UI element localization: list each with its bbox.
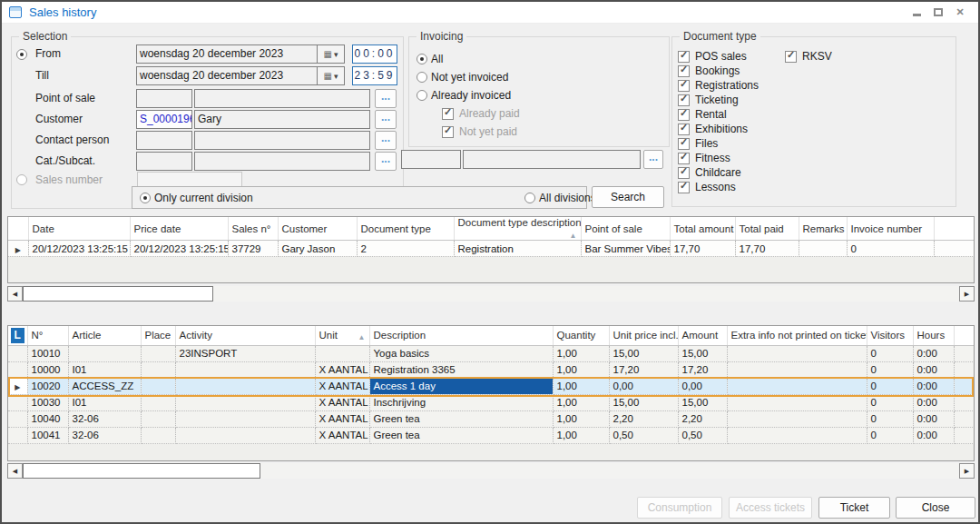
column-header-sorted[interactable]: Document type description▲ bbox=[454, 217, 581, 241]
cell[interactable]: 2 bbox=[357, 241, 454, 257]
column-header[interactable]: Date bbox=[28, 217, 130, 241]
cell[interactable]: 1,00 bbox=[553, 410, 609, 427]
column-header[interactable]: Total amount bbox=[670, 217, 735, 241]
cell[interactable]: 17,20 bbox=[678, 361, 727, 378]
cell[interactable]: Registration bbox=[454, 241, 581, 257]
cell[interactable] bbox=[799, 241, 847, 257]
contact-person-code-field[interactable] bbox=[136, 131, 192, 150]
cell[interactable]: Yoga basics bbox=[369, 345, 553, 361]
cell[interactable]: 23INSPORT bbox=[175, 345, 315, 361]
bookings-checkbox[interactable]: ✓ bbox=[678, 65, 690, 77]
cell[interactable]: 15,00 bbox=[678, 394, 727, 410]
cell[interactable]: 0:00 bbox=[913, 361, 954, 378]
cell[interactable] bbox=[141, 394, 175, 410]
cell[interactable]: 15,00 bbox=[609, 394, 678, 410]
cell[interactable] bbox=[68, 345, 141, 361]
from-calendar-button[interactable]: ▦▾ bbox=[317, 44, 345, 64]
row-selector-cell[interactable] bbox=[8, 361, 27, 378]
cell[interactable]: 0:00 bbox=[913, 394, 954, 410]
column-header[interactable]: Price date bbox=[130, 217, 228, 241]
column-header[interactable]: N° bbox=[27, 326, 68, 345]
customer-code-field[interactable]: S_0000196 bbox=[136, 110, 192, 129]
cat-subcat-browse-button[interactable]: ... bbox=[375, 152, 397, 171]
cell[interactable]: 0:00 bbox=[913, 345, 954, 361]
not-yet-invoiced-radio[interactable] bbox=[416, 72, 427, 83]
access-tickets-button[interactable]: Access tickets bbox=[729, 497, 812, 519]
line-row[interactable]: 10041 32-06 X AANTAL Green tea 1,00 0,50… bbox=[8, 427, 974, 443]
scroll-right-button[interactable]: ▶ bbox=[959, 286, 975, 302]
row-selector-cell[interactable]: ▶ bbox=[8, 378, 27, 394]
close-dialog-button[interactable]: Close bbox=[896, 497, 975, 519]
minimize-button[interactable] bbox=[909, 6, 924, 19]
maximize-button[interactable] bbox=[931, 6, 946, 19]
column-header[interactable]: Place bbox=[141, 326, 175, 345]
registrations-checkbox[interactable]: ✓ bbox=[678, 80, 690, 92]
scroll-left-button[interactable]: ◀ bbox=[7, 286, 23, 302]
already-paid-checkbox[interactable]: ✓ bbox=[442, 108, 454, 120]
cell[interactable]: 10040 bbox=[27, 410, 68, 427]
row-selector-cell[interactable] bbox=[8, 394, 27, 410]
line-row[interactable]: 10030 I01 X AANTAL Inschrijving 1,00 15,… bbox=[8, 394, 974, 410]
column-header[interactable]: Remarks bbox=[799, 217, 847, 241]
till-date-field[interactable]: woensdag 20 december 2023 bbox=[136, 66, 318, 85]
search-button[interactable]: Search bbox=[592, 186, 664, 208]
cell[interactable]: I01 bbox=[68, 394, 141, 410]
cell[interactable] bbox=[175, 410, 315, 427]
rental-checkbox[interactable]: ✓ bbox=[678, 109, 690, 121]
cell[interactable]: 10020 bbox=[27, 378, 68, 394]
scroll-right-button[interactable]: ▶ bbox=[959, 463, 975, 479]
cell[interactable]: 10000 bbox=[27, 361, 68, 378]
cat-subcat-code-field[interactable] bbox=[136, 152, 192, 171]
cell[interactable]: 1,00 bbox=[553, 394, 609, 410]
cell[interactable] bbox=[175, 427, 315, 443]
cell[interactable]: 32-06 bbox=[68, 427, 141, 443]
cell[interactable]: 0 bbox=[867, 394, 913, 410]
scroll-left-button[interactable]: ◀ bbox=[7, 463, 23, 479]
cell[interactable] bbox=[727, 394, 867, 410]
selected-cell[interactable]: Access 1 day bbox=[369, 378, 553, 394]
cell[interactable]: 15,00 bbox=[609, 345, 678, 361]
column-header[interactable]: Amount bbox=[678, 326, 727, 345]
fitness-checkbox[interactable]: ✓ bbox=[678, 153, 690, 164]
cell[interactable]: 10010 bbox=[27, 345, 68, 361]
cell[interactable]: X AANTAL bbox=[315, 361, 369, 378]
cell[interactable] bbox=[175, 361, 315, 378]
cell[interactable]: 37729 bbox=[228, 241, 278, 257]
not-yet-paid-checkbox[interactable]: ✓ bbox=[442, 126, 454, 138]
cell[interactable]: 2,20 bbox=[678, 410, 727, 427]
cell[interactable] bbox=[727, 345, 867, 361]
cell[interactable]: Green tea bbox=[369, 410, 553, 427]
row-selector-cell[interactable] bbox=[8, 345, 27, 361]
line-row-selected[interactable]: ▶ 10020 ACCESS_ZZ X AANTAL Access 1 day … bbox=[8, 378, 974, 394]
customer-browse-button[interactable]: ... bbox=[375, 110, 397, 129]
from-time-field[interactable]: 00:00 bbox=[352, 44, 397, 64]
cell[interactable]: 0 bbox=[867, 361, 913, 378]
cell[interactable]: 1,00 bbox=[553, 427, 609, 443]
line-row[interactable]: 10010 23INSPORT Yoga basics 1,00 15,00 1… bbox=[8, 345, 974, 361]
column-header[interactable]: Quantity bbox=[553, 326, 609, 345]
ticket-button[interactable]: Ticket bbox=[818, 497, 890, 519]
cell[interactable] bbox=[727, 378, 867, 394]
cell[interactable] bbox=[141, 378, 175, 394]
cell[interactable] bbox=[141, 361, 175, 378]
rksv-checkbox[interactable]: ✓ bbox=[785, 51, 797, 63]
cell[interactable]: 0,00 bbox=[609, 378, 678, 394]
cell[interactable]: 0 bbox=[867, 410, 913, 427]
cell[interactable]: X AANTAL bbox=[315, 394, 369, 410]
cell[interactable]: 2,20 bbox=[609, 410, 678, 427]
cell[interactable] bbox=[175, 394, 315, 410]
only-current-division-radio[interactable] bbox=[140, 193, 151, 203]
sales-number-radio[interactable] bbox=[16, 174, 27, 185]
cell[interactable]: 10030 bbox=[27, 394, 68, 410]
cell[interactable]: 20/12/2023 13:25:15 bbox=[28, 241, 130, 257]
files-checkbox[interactable]: ✓ bbox=[678, 138, 690, 150]
cell[interactable] bbox=[727, 427, 867, 443]
invoicing-all-radio[interactable] bbox=[416, 54, 427, 64]
cell[interactable]: X AANTAL bbox=[315, 427, 369, 443]
all-divisions-radio[interactable] bbox=[524, 193, 535, 203]
contact-person-name-field[interactable] bbox=[194, 131, 370, 150]
column-header-sorted[interactable]: Unit▲ bbox=[315, 326, 369, 345]
column-header[interactable]: Hours bbox=[913, 326, 954, 345]
cell[interactable]: 1,00 bbox=[553, 361, 609, 378]
till-calendar-button[interactable]: ▦▾ bbox=[317, 66, 345, 85]
